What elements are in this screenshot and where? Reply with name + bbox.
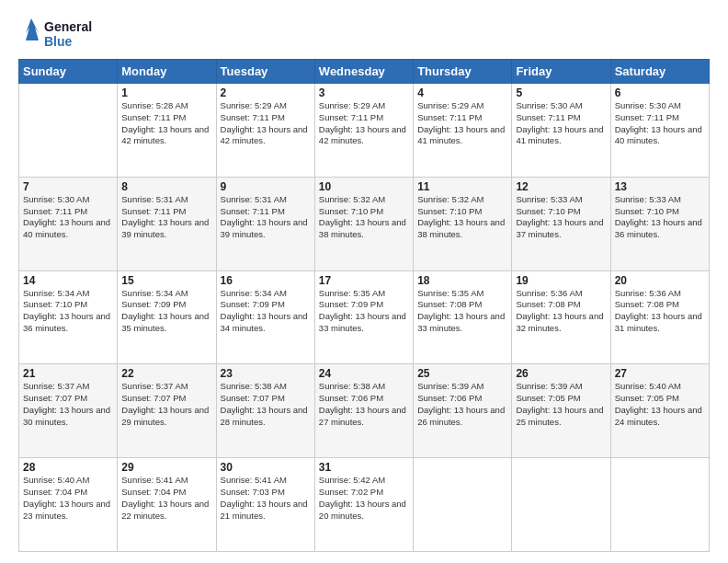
svg-text:Blue: Blue <box>44 34 73 49</box>
calendar-cell: 25Sunrise: 5:39 AM Sunset: 7:06 PM Dayli… <box>414 364 512 458</box>
day-number: 5 <box>516 86 606 99</box>
day-info: Sunrise: 5:39 AM Sunset: 7:05 PM Dayligh… <box>516 381 606 428</box>
calendar-week-row: 28Sunrise: 5:40 AM Sunset: 7:04 PM Dayli… <box>19 458 710 552</box>
day-info: Sunrise: 5:29 AM Sunset: 7:11 PM Dayligh… <box>319 100 409 147</box>
calendar-header-tuesday: Tuesday <box>216 60 314 84</box>
calendar-cell: 13Sunrise: 5:33 AM Sunset: 7:10 PM Dayli… <box>610 177 709 270</box>
calendar-cell: 19Sunrise: 5:36 AM Sunset: 7:08 PM Dayli… <box>512 270 610 364</box>
calendar-cell: 27Sunrise: 5:40 AM Sunset: 7:05 PM Dayli… <box>610 364 709 458</box>
calendar-cell: 22Sunrise: 5:37 AM Sunset: 7:07 PM Dayli… <box>118 364 216 458</box>
calendar-cell: 16Sunrise: 5:34 AM Sunset: 7:09 PM Dayli… <box>216 270 314 364</box>
calendar-cell: 2Sunrise: 5:29 AM Sunset: 7:11 PM Daylig… <box>216 84 314 178</box>
day-number: 6 <box>615 86 705 99</box>
calendar-header-saturday: Saturday <box>610 60 709 84</box>
calendar-cell: 21Sunrise: 5:37 AM Sunset: 7:07 PM Dayli… <box>19 364 118 458</box>
day-number: 21 <box>23 367 113 380</box>
day-number: 23 <box>221 367 311 380</box>
day-number: 11 <box>417 180 507 193</box>
day-info: Sunrise: 5:32 AM Sunset: 7:10 PM Dayligh… <box>319 194 409 241</box>
day-info: Sunrise: 5:38 AM Sunset: 7:07 PM Dayligh… <box>221 381 311 428</box>
calendar-cell: 28Sunrise: 5:40 AM Sunset: 7:04 PM Dayli… <box>19 458 118 552</box>
day-info: Sunrise: 5:29 AM Sunset: 7:11 PM Dayligh… <box>417 100 507 147</box>
calendar-cell: 24Sunrise: 5:38 AM Sunset: 7:06 PM Dayli… <box>314 364 413 458</box>
day-info: Sunrise: 5:40 AM Sunset: 7:04 PM Dayligh… <box>23 475 113 522</box>
day-number: 2 <box>221 86 311 99</box>
day-info: Sunrise: 5:35 AM Sunset: 7:08 PM Dayligh… <box>417 288 507 335</box>
day-info: Sunrise: 5:40 AM Sunset: 7:05 PM Dayligh… <box>615 381 705 428</box>
day-info: Sunrise: 5:30 AM Sunset: 7:11 PM Dayligh… <box>615 100 705 147</box>
calendar-cell: 14Sunrise: 5:34 AM Sunset: 7:10 PM Dayli… <box>19 270 118 364</box>
day-info: Sunrise: 5:34 AM Sunset: 7:09 PM Dayligh… <box>121 288 211 335</box>
day-info: Sunrise: 5:37 AM Sunset: 7:07 PM Dayligh… <box>23 381 113 428</box>
day-number: 25 <box>417 367 507 380</box>
calendar-week-row: 7Sunrise: 5:30 AM Sunset: 7:11 PM Daylig… <box>19 177 710 270</box>
day-info: Sunrise: 5:34 AM Sunset: 7:09 PM Dayligh… <box>221 288 311 335</box>
day-number: 4 <box>417 86 507 99</box>
day-info: Sunrise: 5:28 AM Sunset: 7:11 PM Dayligh… <box>121 100 211 147</box>
day-info: Sunrise: 5:37 AM Sunset: 7:07 PM Dayligh… <box>121 381 211 428</box>
calendar-cell: 30Sunrise: 5:41 AM Sunset: 7:03 PM Dayli… <box>216 458 314 552</box>
calendar-week-row: 14Sunrise: 5:34 AM Sunset: 7:10 PM Dayli… <box>19 270 710 364</box>
day-info: Sunrise: 5:33 AM Sunset: 7:10 PM Dayligh… <box>615 194 705 241</box>
day-number: 22 <box>121 367 211 380</box>
day-info: Sunrise: 5:33 AM Sunset: 7:10 PM Dayligh… <box>516 194 606 241</box>
day-info: Sunrise: 5:36 AM Sunset: 7:08 PM Dayligh… <box>615 288 705 335</box>
day-number: 7 <box>23 180 113 193</box>
calendar-cell: 26Sunrise: 5:39 AM Sunset: 7:05 PM Dayli… <box>512 364 610 458</box>
svg-marker-2 <box>26 18 39 40</box>
calendar-cell: 11Sunrise: 5:32 AM Sunset: 7:10 PM Dayli… <box>414 177 512 270</box>
calendar-cell: 23Sunrise: 5:38 AM Sunset: 7:07 PM Dayli… <box>216 364 314 458</box>
calendar-cell <box>414 458 512 552</box>
calendar-cell: 8Sunrise: 5:31 AM Sunset: 7:11 PM Daylig… <box>118 177 216 270</box>
day-number: 19 <box>516 274 606 287</box>
svg-text:General: General <box>44 19 92 34</box>
day-number: 13 <box>615 180 705 193</box>
calendar-cell: 6Sunrise: 5:30 AM Sunset: 7:11 PM Daylig… <box>610 84 709 178</box>
logo-svg: General Blue <box>18 15 101 52</box>
calendar-header-thursday: Thursday <box>414 60 512 84</box>
calendar-cell: 7Sunrise: 5:30 AM Sunset: 7:11 PM Daylig… <box>19 177 118 270</box>
day-number: 24 <box>319 367 409 380</box>
calendar-cell: 18Sunrise: 5:35 AM Sunset: 7:08 PM Dayli… <box>414 270 512 364</box>
calendar-header-wednesday: Wednesday <box>314 60 413 84</box>
day-number: 31 <box>319 461 409 474</box>
day-number: 20 <box>615 274 705 287</box>
day-info: Sunrise: 5:30 AM Sunset: 7:11 PM Dayligh… <box>23 194 113 241</box>
calendar-cell: 12Sunrise: 5:33 AM Sunset: 7:10 PM Dayli… <box>512 177 610 270</box>
calendar-cell: 1Sunrise: 5:28 AM Sunset: 7:11 PM Daylig… <box>118 84 216 178</box>
day-number: 3 <box>319 86 409 99</box>
day-info: Sunrise: 5:41 AM Sunset: 7:03 PM Dayligh… <box>221 475 311 522</box>
day-number: 1 <box>121 86 211 99</box>
calendar-table: SundayMondayTuesdayWednesdayThursdayFrid… <box>18 59 710 552</box>
calendar-header-monday: Monday <box>118 60 216 84</box>
day-info: Sunrise: 5:31 AM Sunset: 7:11 PM Dayligh… <box>221 194 311 241</box>
calendar-header-row: SundayMondayTuesdayWednesdayThursdayFrid… <box>19 60 710 84</box>
calendar-cell <box>19 84 118 178</box>
day-info: Sunrise: 5:36 AM Sunset: 7:08 PM Dayligh… <box>516 288 606 335</box>
day-info: Sunrise: 5:42 AM Sunset: 7:02 PM Dayligh… <box>319 475 409 522</box>
day-number: 26 <box>516 367 606 380</box>
calendar-header-friday: Friday <box>512 60 610 84</box>
calendar-week-row: 21Sunrise: 5:37 AM Sunset: 7:07 PM Dayli… <box>19 364 710 458</box>
calendar-cell: 10Sunrise: 5:32 AM Sunset: 7:10 PM Dayli… <box>314 177 413 270</box>
logo: General Blue <box>18 15 103 52</box>
day-number: 29 <box>121 461 211 474</box>
calendar-cell: 5Sunrise: 5:30 AM Sunset: 7:11 PM Daylig… <box>512 84 610 178</box>
calendar-cell: 9Sunrise: 5:31 AM Sunset: 7:11 PM Daylig… <box>216 177 314 270</box>
day-info: Sunrise: 5:29 AM Sunset: 7:11 PM Dayligh… <box>221 100 311 147</box>
day-info: Sunrise: 5:35 AM Sunset: 7:09 PM Dayligh… <box>319 288 409 335</box>
day-number: 12 <box>516 180 606 193</box>
calendar-cell <box>512 458 610 552</box>
day-info: Sunrise: 5:34 AM Sunset: 7:10 PM Dayligh… <box>23 288 113 335</box>
day-number: 17 <box>319 274 409 287</box>
day-number: 30 <box>221 461 311 474</box>
calendar-cell: 31Sunrise: 5:42 AM Sunset: 7:02 PM Dayli… <box>314 458 413 552</box>
calendar-cell: 4Sunrise: 5:29 AM Sunset: 7:11 PM Daylig… <box>414 84 512 178</box>
day-info: Sunrise: 5:41 AM Sunset: 7:04 PM Dayligh… <box>121 475 211 522</box>
day-info: Sunrise: 5:31 AM Sunset: 7:11 PM Dayligh… <box>121 194 211 241</box>
day-number: 15 <box>121 274 211 287</box>
calendar-cell: 29Sunrise: 5:41 AM Sunset: 7:04 PM Dayli… <box>118 458 216 552</box>
day-info: Sunrise: 5:38 AM Sunset: 7:06 PM Dayligh… <box>319 381 409 428</box>
calendar-cell: 3Sunrise: 5:29 AM Sunset: 7:11 PM Daylig… <box>314 84 413 178</box>
day-number: 10 <box>319 180 409 193</box>
